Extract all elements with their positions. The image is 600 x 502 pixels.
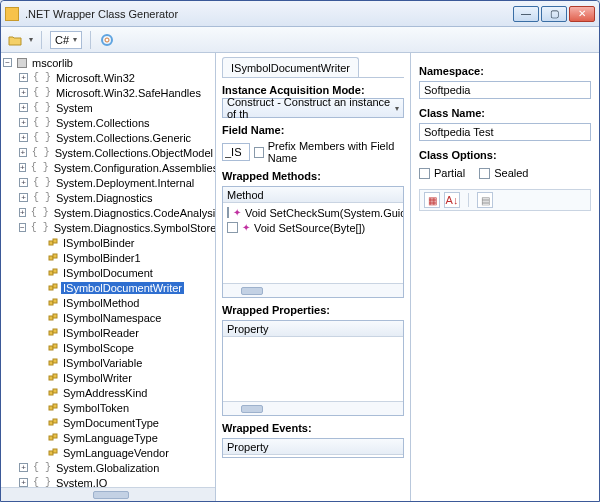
tree-type[interactable]: SymDocumentType [1,415,215,430]
language-selector[interactable]: C# ▾ [50,31,82,49]
namespace-input[interactable] [419,81,591,99]
tree-ns[interactable]: +{ }Microsoft.Win32 [1,70,215,85]
acquisition-combo[interactable]: Construct - Construct an instance of th … [222,98,404,118]
svg-rect-15 [53,329,57,333]
svg-rect-8 [49,286,53,290]
categorized-icon[interactable]: ▦ [424,192,440,208]
tree-pane: − mscorlib +{ }Microsoft.Win32 +{ }Micro… [1,53,216,501]
sealed-checkbox[interactable] [479,168,490,179]
svg-rect-29 [53,434,57,438]
tree-type[interactable]: SymAddressKind [1,385,215,400]
svg-rect-19 [53,359,57,363]
method-row[interactable]: ✦Void SetSource(Byte[]) [223,220,403,235]
tree-type[interactable]: ISymbolWriter [1,370,215,385]
events-list[interactable]: Property [222,438,404,458]
minimize-button[interactable]: — [513,6,539,22]
tab-strip: ISymbolDocumentWriter [222,57,404,78]
classname-input[interactable] [419,123,591,141]
events-header[interactable]: Property [223,439,403,455]
methods-header[interactable]: Method [223,187,403,203]
svg-rect-21 [53,374,57,378]
tree-type[interactable]: ISymbolNamespace [1,310,215,325]
props-h-scrollbar[interactable] [223,401,403,415]
svg-rect-9 [53,284,57,288]
svg-rect-12 [49,316,53,320]
methods-list[interactable]: Method ✦Void SetCheckSum(System.Guid, B … [222,186,404,298]
acquisition-value: Construct - Construct an instance of th [227,96,395,120]
svg-rect-30 [49,451,53,455]
assembly-tree[interactable]: − mscorlib +{ }Microsoft.Win32 +{ }Micro… [1,53,215,487]
tree-ns[interactable]: +{ }System [1,100,215,115]
enum-icon [48,388,58,398]
alphabetical-icon[interactable]: A↓ [444,192,460,208]
svg-rect-23 [53,389,57,393]
method-row[interactable]: ✦Void SetCheckSum(System.Guid, B [223,205,403,220]
tree-ns[interactable]: +{ }System.Configuration.Assemblies [1,160,215,175]
classname-title: Class Name: [419,107,591,119]
svg-rect-7 [53,269,57,273]
tree-ns[interactable]: +{ }System.Diagnostics.CodeAnalysis [1,205,215,220]
tree-type[interactable]: SymLanguageType [1,430,215,445]
class-icon [48,448,58,458]
tree-type[interactable]: ISymbolVariable [1,355,215,370]
events-title: Wrapped Events: [222,422,404,434]
prefix-checkbox[interactable] [254,147,264,158]
partial-checkbox[interactable] [419,168,430,179]
interface-icon [48,253,58,263]
svg-rect-27 [53,419,57,423]
svg-rect-16 [49,346,53,350]
tree-type[interactable]: ISymbolScope [1,340,215,355]
svg-rect-18 [49,361,53,365]
tree-type[interactable]: ISymbolBinder1 [1,250,215,265]
tree-ns[interactable]: +{ }Microsoft.Win32.SafeHandles [1,85,215,100]
props-header[interactable]: Property [223,321,403,337]
tree-ns[interactable]: +{ }System.Diagnostics [1,190,215,205]
tree-root[interactable]: − mscorlib [1,55,215,70]
tab-active[interactable]: ISymbolDocumentWriter [222,57,359,77]
props-list[interactable]: Property [222,320,404,416]
methods-title: Wrapped Methods: [222,170,404,182]
generate-icon[interactable] [99,32,115,48]
tree-type[interactable]: ISymbolBinder [1,235,215,250]
svg-point-1 [105,38,109,42]
titlebar: .NET Wrapper Class Generator — ▢ ✕ [1,1,599,27]
open-file-icon[interactable] [7,32,23,48]
app-window: .NET Wrapper Class Generator — ▢ ✕ ▾ C# … [0,0,600,502]
interface-icon [48,373,58,383]
tree-type[interactable]: SymbolToken [1,400,215,415]
tree-ns[interactable]: +{ }System.Deployment.Internal [1,175,215,190]
svg-rect-17 [53,344,57,348]
language-label: C# [55,34,69,46]
tree-type[interactable]: SymLanguageVendor [1,445,215,460]
tree-h-scrollbar[interactable] [1,487,215,501]
open-dropdown-icon[interactable]: ▾ [29,35,33,44]
method-icon: ✦ [233,207,241,218]
tree-type[interactable]: ISymbolDocument [1,265,215,280]
chevron-down-icon: ▾ [73,35,77,44]
close-button[interactable]: ✕ [569,6,595,22]
tree-ns-expanded[interactable]: −{ }System.Diagnostics.SymbolStore [1,220,215,235]
tree-ns[interactable]: +{ }System.Collections.Generic [1,130,215,145]
svg-rect-24 [49,406,53,410]
tree-type[interactable]: ISymbolMethod [1,295,215,310]
maximize-button[interactable]: ▢ [541,6,567,22]
svg-rect-5 [53,254,57,258]
detail-pane: ISymbolDocumentWriter Instance Acquisiti… [216,53,411,501]
fieldname-input[interactable] [222,143,250,161]
interface-icon [48,358,58,368]
propertypages-icon[interactable]: ▤ [477,192,493,208]
class-icon [48,433,58,443]
tree-type-selected[interactable]: ISymbolDocumentWriter [1,280,215,295]
methods-h-scrollbar[interactable] [223,283,403,297]
interface-icon [48,313,58,323]
tree-ns[interactable]: +{ }System.Collections [1,115,215,130]
tree-ns[interactable]: +{ }System.Globalization [1,460,215,475]
svg-rect-22 [49,391,53,395]
tree-ns[interactable]: +{ }System.IO [1,475,215,487]
chevron-down-icon: ▾ [395,104,399,113]
tree-ns[interactable]: +{ }System.Collections.ObjectModel [1,145,215,160]
tree-type[interactable]: ISymbolReader [1,325,215,340]
struct-icon [48,403,58,413]
app-icon [5,7,19,21]
fieldname-title: Field Name: [222,124,404,136]
